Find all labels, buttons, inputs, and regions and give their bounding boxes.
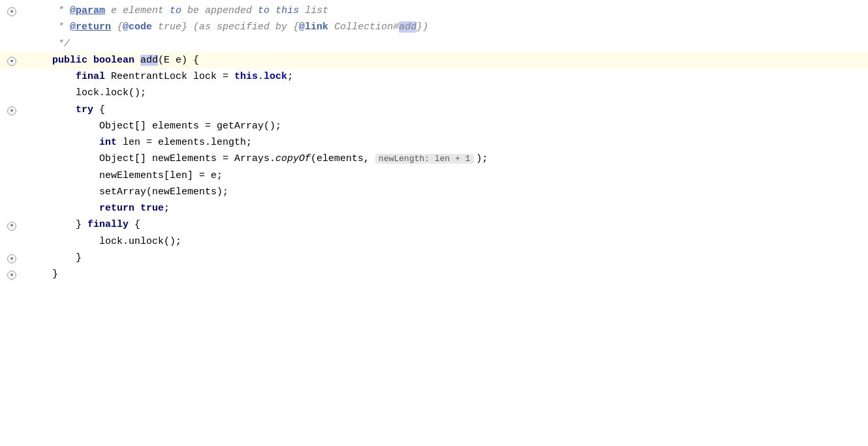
- line-content-3: */: [23, 37, 868, 52]
- line-content-4: public boolean add(E e) {: [23, 53, 868, 68]
- javadoc-link: @link: [299, 22, 328, 33]
- line-content-13: return true;: [23, 201, 868, 216]
- line-content-5: final ReentrantLock lock = this.lock;: [23, 69, 868, 84]
- code-line-1: * @param e element to be appended to thi…: [0, 3, 868, 19]
- comment-text: true} (as specified by {: [152, 22, 299, 33]
- line-content-14: } finally {: [23, 217, 868, 232]
- gutter-14[interactable]: [0, 222, 23, 231]
- field-lock: lock: [264, 71, 287, 82]
- comment-text: {: [111, 22, 123, 33]
- code-line-10: Object[] newElements = Arrays.copyOf(ele…: [0, 151, 868, 167]
- kw-finally: finally: [87, 219, 129, 230]
- line-content-6: lock.lock();: [23, 85, 868, 100]
- gutter-16[interactable]: [0, 254, 23, 263]
- line-content-2: * @return {@code true} (as specified by …: [23, 20, 868, 35]
- line-content-15: lock.unlock();: [23, 234, 868, 249]
- fold-icon-14[interactable]: [7, 222, 16, 231]
- code-line-16: }: [0, 250, 868, 266]
- fold-icon-1[interactable]: [7, 7, 16, 16]
- kw-final: final: [76, 71, 105, 82]
- code-line-4: public boolean add(E e) {: [0, 52, 868, 68]
- javadoc-code: @code: [123, 22, 152, 33]
- line-content-12: setArray(newElements);: [23, 185, 868, 200]
- gutter-17[interactable]: [0, 271, 23, 280]
- line-content-1: * @param e element to be appended to thi…: [23, 3, 868, 18]
- comment-close: */: [29, 38, 70, 50]
- comment-text: e: [105, 5, 123, 16]
- code-line-15: lock.unlock();: [0, 233, 868, 250]
- fold-icon-7[interactable]: [7, 106, 16, 115]
- code-line-14: } finally {: [0, 216, 868, 233]
- comment-text: Collection#add}): [328, 22, 428, 33]
- code-line-3: */: [0, 36, 868, 52]
- fold-icon-16[interactable]: [7, 254, 16, 263]
- code-line-7: try {: [0, 102, 868, 118]
- code-line-6: lock.lock();: [0, 85, 868, 101]
- code-line-17: }: [0, 266, 868, 282]
- this-keyword: this: [234, 71, 258, 82]
- javadoc-return: @return: [70, 22, 111, 33]
- comment-asterisk: *: [29, 22, 70, 33]
- kw-try: try: [76, 104, 93, 115]
- fold-icon-4[interactable]: [7, 57, 16, 66]
- code-area: * @param e element to be appended to thi…: [0, 0, 868, 446]
- fold-icon-17[interactable]: [7, 271, 16, 280]
- method-add: add: [140, 55, 158, 66]
- gutter-4[interactable]: [0, 57, 23, 66]
- comment-text: *: [29, 5, 70, 16]
- gutter-1[interactable]: [0, 7, 23, 16]
- line-content-10: Object[] newElements = Arrays.copyOf(ele…: [23, 151, 868, 166]
- line-content-7: try {: [23, 102, 868, 117]
- code-editor: * @param e element to be appended to thi…: [0, 0, 868, 446]
- code-line-13: return true;: [0, 200, 868, 216]
- line-content-17: }: [23, 267, 868, 282]
- kw-int: int: [99, 137, 117, 148]
- param-hint-newlength: newLength: len + 1: [375, 154, 473, 164]
- code-line-8: Object[] elements = getArray();: [0, 118, 868, 134]
- line-content-11: newElements[len] = e;: [23, 168, 868, 183]
- code-line-12: setArray(newElements);: [0, 184, 868, 200]
- method-copyof: copyOf: [275, 153, 311, 164]
- code-line-2: * @return {@code true} (as specified by …: [0, 19, 868, 35]
- line-content-9: int len = elements.length;: [23, 135, 868, 150]
- code-line-9: int len = elements.length;: [0, 134, 868, 151]
- line-content-16: }: [23, 250, 868, 265]
- kw-true: true: [140, 203, 164, 214]
- code-line-5: final ReentrantLock lock = this.lock;: [0, 68, 868, 85]
- kw-boolean: boolean: [93, 55, 134, 66]
- kw-return: return: [99, 203, 134, 214]
- code-line-11: newElements[len] = e;: [0, 168, 868, 184]
- comment-text: element to be appended to this list: [123, 5, 328, 16]
- line-content-8: Object[] elements = getArray();: [23, 119, 868, 134]
- gutter-7[interactable]: [0, 106, 23, 115]
- javadoc-param: @param: [70, 5, 105, 16]
- kw-public: public: [52, 55, 87, 66]
